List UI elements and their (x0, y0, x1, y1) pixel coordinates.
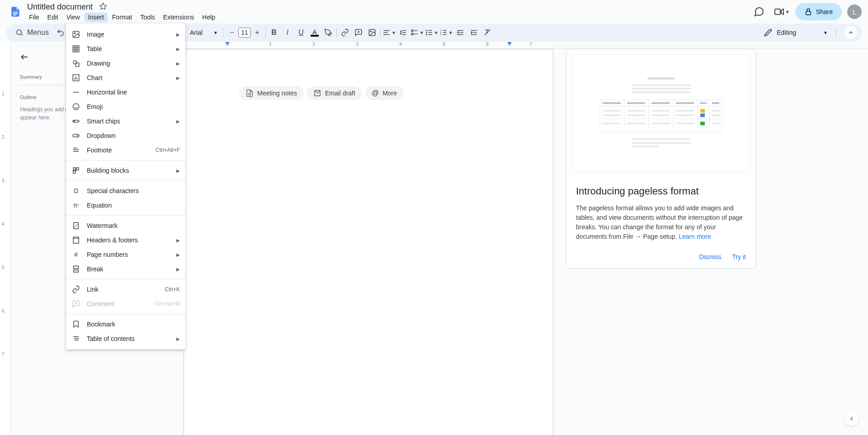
menu-item-horizontal-line[interactable]: Horizontal line (66, 85, 185, 99)
submenu-arrow-icon: ▶ (176, 119, 180, 124)
explore-button[interactable] (844, 411, 859, 426)
chip-more[interactable]: @ More (365, 86, 403, 100)
svg-rect-2 (13, 15, 17, 16)
clear-formatting-button[interactable] (481, 26, 494, 39)
decrease-indent-button[interactable] (454, 26, 467, 39)
font-size-decrease[interactable]: − (226, 26, 238, 39)
menu-file[interactable]: File (25, 13, 43, 22)
omega-icon: Ω (71, 187, 80, 194)
menu-item-equation[interactable]: π² Equation (66, 198, 185, 213)
horizontal-ruler[interactable]: 1 2 3 4 5 6 7 (138, 42, 868, 49)
menu-insert[interactable]: Insert (85, 13, 108, 22)
meet-button[interactable]: ▼ (774, 6, 790, 17)
menu-item-special-characters[interactable]: Ω Special characters (66, 184, 185, 198)
right-indent-marker[interactable] (507, 42, 512, 47)
font-size-increase[interactable]: + (251, 26, 264, 39)
italic-button[interactable]: I (281, 26, 294, 39)
insert-image-button[interactable] (366, 26, 378, 39)
chip-email-draft[interactable]: Email draft (307, 86, 362, 100)
menu-item-drawing[interactable]: Drawing ▶ (66, 56, 185, 71)
svg-rect-59 (603, 102, 621, 104)
menu-help[interactable]: Help (198, 13, 219, 22)
menu-shortcut: Ctrl+Alt+F (156, 147, 180, 153)
menu-item-table[interactable]: Table ▶ (66, 42, 185, 56)
undo-button[interactable] (54, 26, 67, 39)
insert-link-button[interactable] (339, 26, 351, 39)
chip-meeting-notes[interactable]: Meeting notes (239, 86, 303, 100)
text-color-button[interactable]: A (308, 26, 321, 39)
menu-item-page-numbers[interactable]: # Page numbers ▶ (66, 247, 185, 262)
menu-item-chart[interactable]: Chart ▶ (66, 71, 185, 85)
menu-item-break[interactable]: Break ▶ (66, 262, 185, 276)
numbered-list-button[interactable]: 123▼ (439, 26, 453, 39)
menu-view[interactable]: View (63, 13, 84, 22)
caret-down-icon: ▼ (213, 30, 218, 35)
menu-shortcut: Ctrl+Alt+M (154, 301, 180, 307)
menu-item-headers-footers[interactable]: Headers & footers ▶ (66, 233, 185, 247)
learn-more-link[interactable]: Learn more (679, 233, 711, 240)
comment-history-icon[interactable] (750, 3, 768, 21)
footnote-icon (71, 146, 80, 154)
editing-mode-selector[interactable]: Editing ▼ (760, 27, 832, 38)
bold-button[interactable]: B (268, 26, 280, 39)
menu-item-smart-chips[interactable]: Smart chips ▶ (66, 114, 185, 128)
submenu-arrow-icon: ▶ (176, 238, 180, 243)
menu-extensions[interactable]: Extensions (160, 13, 198, 22)
menu-item-emoji[interactable]: Emoji (66, 99, 185, 114)
line-spacing-button[interactable] (397, 26, 410, 39)
menu-item-footnote[interactable]: Footnote Ctrl+Alt+F (66, 143, 185, 157)
font-size-input[interactable] (238, 28, 251, 38)
share-button[interactable]: Share (795, 3, 842, 20)
menu-item-image[interactable]: Image ▶ (66, 27, 185, 42)
align-button[interactable]: ▼ (382, 26, 396, 39)
dismiss-button[interactable]: Dismiss (699, 253, 721, 260)
checklist-button[interactable]: ▼ (410, 26, 424, 39)
at-icon: @ (372, 89, 379, 97)
menu-item-building-blocks[interactable]: Building blocks ▶ (66, 163, 185, 178)
add-comment-button[interactable] (352, 26, 365, 39)
font-selector[interactable]: Arial ▼ (186, 29, 222, 36)
svg-rect-6 (806, 11, 811, 15)
table-icon (71, 45, 80, 53)
comment-icon (71, 300, 80, 308)
left-indent-marker[interactable] (225, 42, 230, 47)
svg-rect-111 (73, 171, 75, 173)
document-title[interactable]: Untitled document (25, 2, 94, 12)
menu-item-dropdown[interactable]: Dropdown (66, 128, 185, 143)
star-icon[interactable] (99, 2, 107, 12)
close-outline-button[interactable] (20, 49, 36, 65)
menu-item-comment: Comment Ctrl+Alt+M (66, 297, 185, 311)
try-it-button[interactable]: Try it (732, 253, 746, 260)
menu-format[interactable]: Format (108, 13, 136, 22)
underline-button[interactable]: U (295, 26, 307, 39)
svg-line-113 (74, 224, 78, 227)
caret-down-icon: ▼ (823, 30, 828, 35)
menu-item-bookmark[interactable]: Bookmark (66, 317, 185, 331)
user-avatar[interactable]: L (847, 5, 862, 19)
bulleted-list-button[interactable]: ▼ (425, 26, 439, 39)
increase-indent-button[interactable] (467, 26, 480, 39)
svg-line-8 (21, 34, 22, 35)
hruler-tick: 4 (399, 42, 402, 47)
collapse-toolbar-button[interactable] (844, 26, 857, 39)
submenu-arrow-icon: ▶ (176, 336, 180, 341)
svg-rect-76 (712, 114, 719, 116)
smart-chips-icon (71, 117, 80, 125)
svg-point-104 (74, 121, 75, 122)
search-menus[interactable]: Menus (11, 26, 53, 39)
pencil-icon (764, 28, 772, 37)
svg-point-87 (74, 33, 75, 33)
menu-item-link[interactable]: Link Ctrl+K (66, 282, 185, 297)
callout-title: Introducing pageless format (576, 185, 746, 197)
font-name-label: Arial (190, 29, 203, 36)
highlight-color-button[interactable] (322, 26, 335, 39)
headers-footers-icon (71, 236, 80, 244)
hruler-tick: 5 (443, 42, 445, 47)
menu-item-table-of-contents[interactable]: Table of contents ▶ (66, 331, 185, 346)
menu-item-watermark[interactable]: Watermark (66, 218, 185, 233)
docs-logo[interactable] (6, 3, 24, 21)
document-page[interactable]: Meeting notes Email draft @ More (184, 49, 553, 435)
menu-edit[interactable]: Edit (44, 13, 62, 22)
menu-tools[interactable]: Tools (137, 13, 159, 22)
svg-rect-61 (651, 102, 670, 104)
